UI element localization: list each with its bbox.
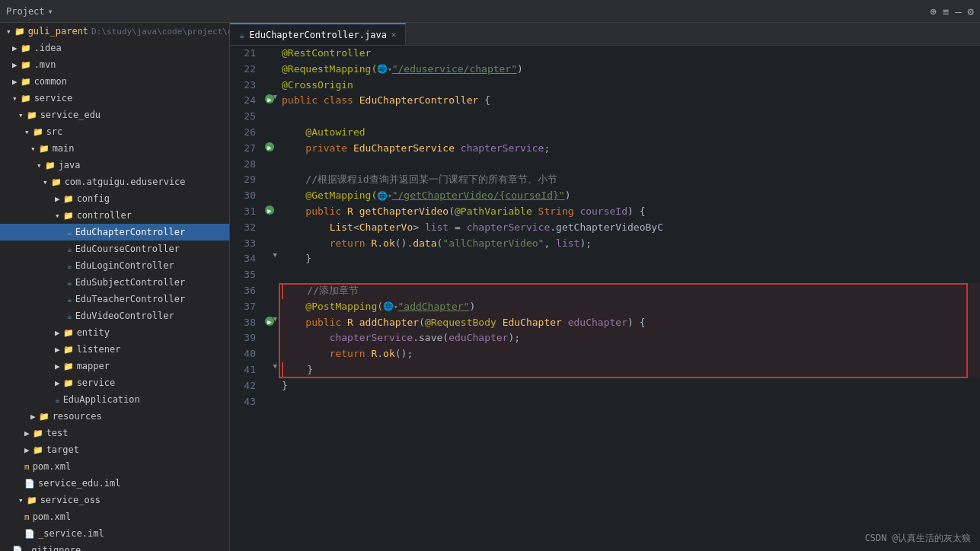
code-token: ); — [508, 330, 520, 346]
service-oss-label: service_oss — [40, 495, 101, 505]
code-token: R — [371, 346, 377, 362]
code-line-43 — [282, 394, 980, 410]
toolbar-icon-3[interactable]: — — [955, 5, 961, 18]
sidebar-item-package[interactable]: ▾ 📁 com.atguigu.eduservice — [0, 174, 229, 190]
sidebar-item-edu-video-controller[interactable]: ☕ EduVideoController — [0, 307, 229, 324]
tab-close-button[interactable]: ✕ — [391, 30, 397, 40]
code-token: .save( — [413, 330, 449, 346]
ln-21: 21 — [230, 46, 256, 62]
main-area: ▾ 📁 guli_parent D:\study\java\code\proje… — [0, 23, 980, 551]
ln-29: 29 — [230, 172, 256, 188]
service-iml-icon: 📄 — [24, 529, 35, 539]
code-token: data — [413, 236, 436, 252]
gitignore-label: .gitignore — [26, 545, 81, 551]
mvn-label: .mvn — [34, 59, 56, 70]
code-token: < — [353, 220, 359, 236]
sidebar-item-edu-teacher-controller[interactable]: ☕ EduTeacherController — [0, 291, 229, 307]
code-token: return — [330, 236, 372, 252]
mapper-arrow-icon: ▶ — [55, 361, 60, 371]
code-line-33: return R.ok().data("allChapterVideo", li… — [282, 236, 980, 252]
code-token: } — [282, 378, 288, 394]
sidebar-item-edu-subject-controller[interactable]: ☕ EduSubjectController — [0, 274, 229, 291]
sidebar-item-target[interactable]: ▶ 📁 target — [0, 441, 229, 458]
sidebar-item-listener[interactable]: ▶ 📁 listener — [0, 341, 229, 358]
sidebar-root[interactable]: ▾ 📁 guli_parent D:\study\java\code\proje… — [0, 23, 229, 40]
sidebar-item-config[interactable]: ▶ 📁 config — [0, 190, 229, 207]
sidebar-item-service-edu[interactable]: ▾ 📁 service_edu — [0, 107, 229, 123]
sidebar-item-resources[interactable]: ▶ 📁 resources — [0, 408, 229, 425]
toolbar-icon-2[interactable]: ≡ — [943, 5, 949, 18]
resources-folder-icon: 📁 — [39, 412, 49, 422]
code-token: chapterService — [461, 141, 544, 157]
sidebar-item-edu-login-controller[interactable]: ☕ EduLoginController — [0, 257, 229, 274]
ln-34: 34 — [230, 251, 256, 267]
pom2-xml-icon: m — [24, 512, 30, 522]
code-token: ) — [469, 299, 475, 315]
listener-label: listener — [77, 344, 121, 355]
code-token: (); — [395, 346, 413, 362]
sidebar-item-service-oss[interactable]: ▾ 📁 service_oss — [0, 492, 229, 508]
sidebar-item-pom-xml[interactable]: m pom.xml — [0, 458, 229, 475]
code-content[interactable]: @RestController @RequestMapping(🌐▾"/edus… — [279, 46, 980, 551]
ln-40: 40 — [230, 346, 256, 362]
sidebar-item-idea[interactable]: ▶ 📁 .idea — [0, 40, 229, 56]
src-folder-icon: 📁 — [33, 127, 43, 137]
editor-area: ☕ EduChapterController.java ✕ 21 22 23 2… — [230, 23, 980, 551]
code-token: ok — [383, 236, 395, 252]
code-token: "addChapter" — [397, 299, 469, 315]
sidebar-item-edu-chapter-controller[interactable]: ☕ EduChapterController — [0, 224, 229, 240]
sidebar-item-test[interactable]: ▶ 📁 test — [0, 425, 229, 441]
code-token: return — [330, 346, 372, 362]
toolbar-icon-1[interactable]: ⊕ — [930, 5, 936, 18]
svg-text:▶: ▶ — [267, 317, 272, 325]
idea-folder-icon: 📁 — [21, 43, 31, 53]
controller-arrow-icon: ▾ — [55, 211, 60, 221]
code-token: EduChapterService — [353, 141, 461, 157]
mvn-folder-icon: 📁 — [21, 60, 31, 70]
tab-edu-chapter-controller[interactable]: ☕ EduChapterController.java ✕ — [230, 23, 406, 45]
toolbar-icon-settings[interactable]: ⚙ — [968, 5, 974, 18]
code-token: @PostMapping( — [305, 299, 383, 315]
sidebar-item-main[interactable]: ▾ 📁 main — [0, 140, 229, 157]
sidebar-item-common[interactable]: ▶ 📁 common — [0, 73, 229, 90]
code-token: ) { — [627, 315, 645, 331]
code-token — [282, 330, 330, 346]
sidebar-item-mapper[interactable]: ▶ 📁 mapper — [0, 358, 229, 374]
sidebar-item-entity[interactable]: ▶ 📁 entity — [0, 324, 229, 341]
code-token: ) — [517, 62, 523, 78]
src-label: src — [46, 126, 63, 137]
code-token: ( — [419, 315, 425, 331]
sidebar-item-service-iml[interactable]: 📄 _service.iml — [0, 525, 229, 542]
sidebar-item-java[interactable]: ▾ 📁 java — [0, 157, 229, 174]
edu-login-label: EduLoginController — [75, 260, 174, 271]
sidebar-item-gitignore[interactable]: 📄 .gitignore — [0, 542, 229, 551]
dropdown-arrow-icon[interactable]: ▾ — [48, 6, 53, 17]
code-token — [282, 236, 330, 252]
project-label[interactable]: Project ▾ — [6, 6, 53, 17]
sidebar-item-edu-course-controller[interactable]: ☕ EduCourseController — [0, 240, 229, 257]
common-folder-icon: 📁 — [21, 77, 31, 87]
sidebar-item-src[interactable]: ▾ 📁 src — [0, 123, 229, 140]
sidebar-item-mvn[interactable]: ▶ 📁 .mvn — [0, 56, 229, 73]
code-token: . — [377, 346, 383, 362]
sidebar-item-pom2-xml[interactable]: m pom.xml — [0, 508, 229, 525]
code-editor[interactable]: 21 22 23 24 25 26 27 28 29 30 31 32 33 3… — [230, 46, 980, 551]
service-inner-folder-icon: 📁 — [63, 378, 74, 388]
sidebar-item-controller[interactable]: ▾ 📁 controller — [0, 207, 229, 224]
package-label: com.atguigu.eduservice — [65, 177, 186, 187]
code-line-38: public R addChapter(@RequestBody EduChap… — [282, 315, 980, 331]
sidebar-item-service[interactable]: ▾ 📁 service — [0, 90, 229, 107]
code-token — [282, 299, 305, 315]
sidebar-item-service-inner[interactable]: ▶ 📁 service — [0, 374, 229, 391]
code-token: chapterService — [330, 330, 413, 346]
code-token: @GetMapping( — [305, 188, 377, 204]
sidebar-item-service-edu-iml[interactable]: 📄 service_edu.iml — [0, 475, 229, 492]
entity-label: entity — [77, 327, 110, 338]
sidebar-item-edu-application[interactable]: ☕ EduApplication — [0, 391, 229, 408]
code-line-37: @PostMapping(🌐▾"addChapter") — [282, 299, 980, 315]
code-token — [282, 204, 305, 220]
ln-33: 33 — [230, 236, 256, 252]
ln-39: 39 — [230, 330, 256, 346]
package-arrow-icon: ▾ — [43, 177, 48, 187]
project-text: Project — [6, 6, 45, 17]
